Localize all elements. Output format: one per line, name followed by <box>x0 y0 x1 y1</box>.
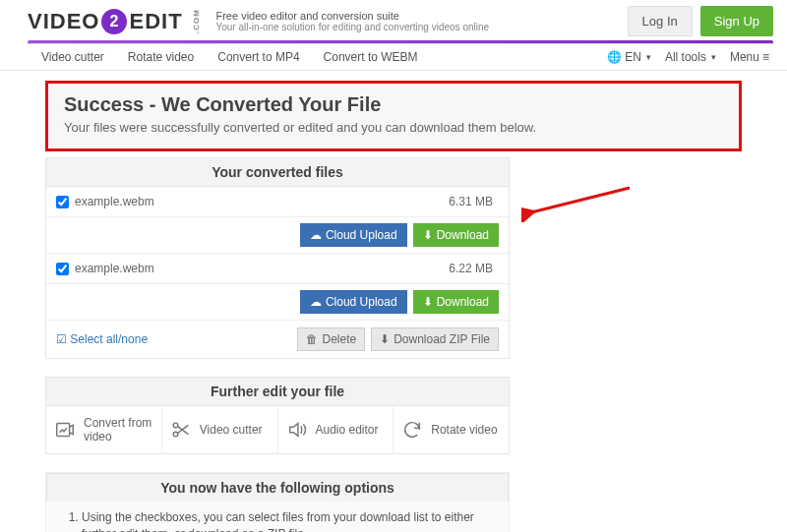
delete-button[interactable]: 🗑Delete <box>297 327 365 351</box>
tile-rotate-video[interactable]: Rotate video <box>394 406 509 453</box>
options-title: You now have the following options <box>46 473 509 502</box>
download-icon: ⬇ <box>423 295 433 309</box>
tagline-sub: Your all-in-one solution for editing and… <box>215 22 489 32</box>
success-title: Success - We Converted Your File <box>64 93 723 116</box>
zip-label: Download ZIP File <box>394 332 490 346</box>
logo-com: .COM <box>192 9 201 33</box>
trash-icon: 🗑 <box>306 332 318 346</box>
language-label: EN <box>625 50 641 64</box>
logo-edit: EDIT <box>129 9 182 34</box>
logo-2-circle: 2 <box>101 9 127 34</box>
tile-audio-editor[interactable]: Audio editor <box>278 406 394 453</box>
tile-convert-from-video[interactable]: Convert from video <box>46 406 162 453</box>
file-row: example.webm 6.22 MB <box>46 254 509 284</box>
select-all-label: Select all/none <box>70 332 148 346</box>
cloud-icon: ☁ <box>310 228 322 242</box>
delete-label: Delete <box>322 332 356 346</box>
logo[interactable]: VIDEO 2 EDIT .COM <box>28 9 208 34</box>
tile-label: Audio editor <box>316 423 379 437</box>
nav-video-cutter[interactable]: Video cutter <box>41 50 104 64</box>
nav-convert-webm[interactable]: Convert to WEBM <box>324 50 418 64</box>
success-banner: Success - We Converted Your File Your fi… <box>45 81 742 151</box>
file-row: example.webm 6.31 MB <box>46 187 509 217</box>
tile-label: Rotate video <box>431 423 497 437</box>
nav-convert-mp4[interactable]: Convert to MP4 <box>217 50 299 64</box>
file-size: 6.22 MB <box>449 262 493 275</box>
menu-button[interactable]: Menu ≡ <box>730 50 769 64</box>
globe-icon: 🌐 <box>607 50 622 64</box>
success-subtitle: Your files were successfully converted o… <box>64 120 723 135</box>
tagline-title: Free video editor and conversion suite <box>215 10 489 22</box>
select-all-none-link[interactable]: ☑ Select all/none <box>56 332 148 346</box>
cloud-upload-label: Cloud Upload <box>326 228 397 242</box>
tile-label: Video cutter <box>200 423 263 437</box>
download-icon: ⬇ <box>380 332 390 346</box>
language-selector[interactable]: 🌐EN <box>607 50 651 64</box>
file-checkbox[interactable] <box>56 196 69 208</box>
cloud-upload-button[interactable]: ☁Cloud Upload <box>300 290 407 314</box>
tile-label: Convert from video <box>84 416 153 443</box>
download-button[interactable]: ⬇Download <box>413 223 499 247</box>
option-item-1: Using the checkboxes, you can select fil… <box>82 509 491 532</box>
file-size: 6.31 MB <box>449 195 493 208</box>
checkbox-arrow-icon: ☑ <box>56 332 67 346</box>
cloud-upload-button[interactable]: ☁Cloud Upload <box>300 223 407 247</box>
download-label: Download <box>437 228 489 242</box>
download-label: Download <box>437 295 489 309</box>
edit-video-icon <box>54 419 76 441</box>
cloud-upload-label: Cloud Upload <box>326 295 397 309</box>
download-zip-button[interactable]: ⬇Download ZIP File <box>371 327 499 351</box>
hamburger-icon: ≡ <box>762 50 769 64</box>
menu-label: Menu <box>730 50 759 64</box>
rotate-icon <box>401 419 423 441</box>
file-name: example.webm <box>75 195 154 208</box>
nav-rotate-video[interactable]: Rotate video <box>128 50 194 64</box>
speaker-icon <box>286 419 308 441</box>
logo-video: VIDEO <box>28 9 99 34</box>
tile-video-cutter[interactable]: Video cutter <box>162 406 278 453</box>
cloud-icon: ☁ <box>310 295 322 309</box>
download-icon: ⬇ <box>423 228 433 242</box>
scissors-icon <box>170 419 192 441</box>
converted-files-title: Your converted files <box>45 157 510 186</box>
signup-button[interactable]: Sign Up <box>700 6 773 36</box>
file-name: example.webm <box>75 262 154 275</box>
further-edit-title: Further edit your file <box>45 377 510 405</box>
file-checkbox[interactable] <box>56 263 69 275</box>
tagline: Free video editor and conversion suite Y… <box>215 10 489 32</box>
download-button[interactable]: ⬇Download <box>413 290 499 314</box>
all-tools-menu[interactable]: All tools <box>665 50 716 64</box>
login-button[interactable]: Log In <box>628 6 693 36</box>
